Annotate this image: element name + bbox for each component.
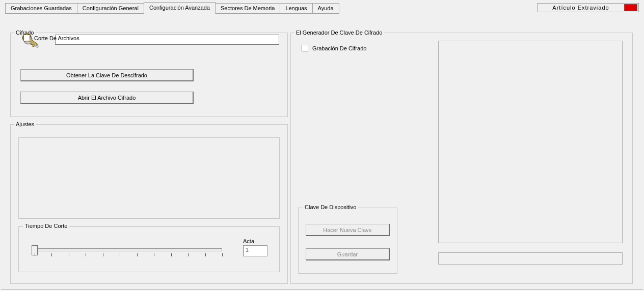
save-key-button[interactable]: Guardar <box>306 248 390 260</box>
tab-help[interactable]: Ayuda <box>312 3 339 14</box>
topbar: Grabaciones Guardadas Configuración Gene… <box>5 3 639 14</box>
tab-strip: Grabaciones Guardadas Configuración Gene… <box>5 3 537 14</box>
tab-saved-recordings[interactable]: Grabaciones Guardadas <box>5 3 77 14</box>
group-settings-legend: Ajustes <box>14 121 36 127</box>
make-new-key-button[interactable]: Hacer Nueva Clave <box>306 224 390 236</box>
tab-memory-sectors[interactable]: Sectores De Memoria <box>215 3 280 14</box>
encrypt-recording-checkbox-row[interactable]: Grabación De Cifrado <box>302 45 366 51</box>
tab-general-config[interactable]: Configuración General <box>77 3 144 14</box>
app-root: Grabaciones Guardadas Configuración Gene… <box>0 0 644 291</box>
tab-languages[interactable]: Lenguas <box>280 3 312 14</box>
tab-advanced-config[interactable]: Configuración Avanzada <box>144 2 216 14</box>
content: Cifrado Obtener La Clave De Descifrado A… <box>5 14 639 284</box>
cut-time-slider[interactable] <box>32 245 225 260</box>
acta-value-box: 1 <box>243 245 267 256</box>
status-led-icon <box>624 4 637 11</box>
group-device-key: Clave De Dispositivo <box>298 208 397 274</box>
file-cut-checkbox-row[interactable]: Corte De Archivos <box>23 35 79 41</box>
file-cut-label: Corte De Archivos <box>34 35 79 41</box>
acta-label: Acta <box>243 238 254 244</box>
encrypt-recording-checkbox[interactable] <box>302 45 308 51</box>
get-decrypt-key-button[interactable]: Obtener La Clave De Descifrado <box>20 69 194 81</box>
generated-key-footer-box <box>438 252 623 265</box>
status-label: Artículo Extraviado <box>542 5 620 11</box>
group-settings: Ajustes Tiempo De Corte Acta 1 <box>10 121 288 284</box>
group-key-generator-legend: El Generador De Clave De Cifrado <box>294 30 384 36</box>
settings-inner-panel <box>18 137 280 219</box>
file-cut-checkbox[interactable] <box>23 35 30 41</box>
generated-key-display <box>438 41 623 243</box>
encrypt-recording-label: Grabación De Cifrado <box>312 45 366 51</box>
open-encrypted-file-button[interactable]: Abrir El Archivo Cifrado <box>20 92 194 104</box>
group-cut-time: Tiempo De Corte Acta 1 <box>18 226 280 272</box>
slider-ticks <box>35 253 222 257</box>
group-cut-time-legend: Tiempo De Corte <box>23 223 69 229</box>
bottom-separator <box>1 289 643 291</box>
status-box: Artículo Extraviado <box>537 3 639 12</box>
encryption-key-input[interactable] <box>55 35 279 45</box>
group-device-key-legend: Clave De Dispositivo <box>303 204 358 210</box>
slider-track <box>35 248 222 251</box>
